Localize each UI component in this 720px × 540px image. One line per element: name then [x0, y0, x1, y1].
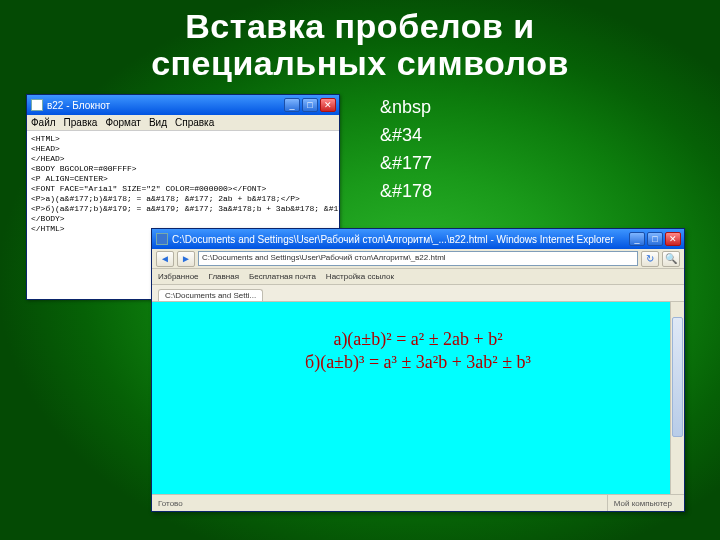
refresh-button[interactable]: ↻: [641, 251, 659, 267]
menu-edit[interactable]: Правка: [64, 117, 98, 128]
minimize-button[interactable]: _: [629, 232, 645, 246]
slide-title: Вставка пробелов и специальных символов: [0, 0, 720, 89]
ie-titlebar[interactable]: C:\Documents and Settings\User\Рабочий с…: [152, 229, 684, 249]
ie-tab[interactable]: C:\Documents and Setti...: [158, 289, 263, 301]
status-zone: Мой компьютер: [607, 495, 678, 511]
notepad-titlebar[interactable]: в22 - Блокнот _ □ ✕: [27, 95, 339, 115]
menu-format[interactable]: Формат: [105, 117, 141, 128]
address-bar[interactable]: C:\Documents and Settings\User\Рабочий с…: [198, 251, 638, 266]
formula-line-1: а)(a±b)² = a² ± 2ab + b²: [305, 328, 531, 351]
link-config[interactable]: Настройка ссылок: [326, 272, 394, 281]
entity-178: &#178: [380, 178, 432, 206]
notepad-icon: [31, 99, 43, 111]
formula-line-2: б)(a±b)³ = a³ ± 3a²b + 3ab² ± b³: [305, 351, 531, 374]
notepad-menubar: Файл Правка Формат Вид Справка: [27, 115, 339, 131]
close-button[interactable]: ✕: [665, 232, 681, 246]
status-text: Готово: [158, 499, 183, 508]
entity-nbsp: &nbsp: [380, 94, 432, 122]
favorites-label[interactable]: Избранное: [158, 272, 199, 281]
vertical-scrollbar[interactable]: [670, 302, 684, 494]
maximize-button[interactable]: □: [302, 98, 318, 112]
back-button[interactable]: ◄: [156, 251, 174, 267]
html-entity-list: &nbsp &#34 &#177 &#178: [380, 94, 432, 206]
title-line-1: Вставка пробелов и: [185, 7, 534, 45]
ie-icon: [156, 233, 168, 245]
ie-window: C:\Documents and Settings\User\Рабочий с…: [151, 228, 685, 512]
ie-links-bar: Избранное Главная Бесплатная почта Настр…: [152, 269, 684, 285]
scrollbar-thumb[interactable]: [672, 317, 683, 437]
close-button[interactable]: ✕: [320, 98, 336, 112]
search-button[interactable]: 🔍: [662, 251, 680, 267]
ie-viewport: а)(a±b)² = a² ± 2ab + b² б)(a±b)³ = a³ ±…: [152, 302, 684, 494]
entity-177: &#177: [380, 150, 432, 178]
rendered-formula: а)(a±b)² = a² ± 2ab + b² б)(a±b)³ = a³ ±…: [305, 328, 531, 375]
link-mail[interactable]: Бесплатная почта: [249, 272, 316, 281]
ie-statusbar: Готово Мой компьютер: [152, 494, 684, 511]
title-line-2: специальных символов: [151, 44, 569, 82]
menu-file[interactable]: Файл: [31, 117, 56, 128]
maximize-button[interactable]: □: [647, 232, 663, 246]
forward-button[interactable]: ►: [177, 251, 195, 267]
menu-view[interactable]: Вид: [149, 117, 167, 128]
ie-nav-toolbar: ◄ ► C:\Documents and Settings\User\Рабоч…: [152, 249, 684, 269]
ie-title-text: C:\Documents and Settings\User\Рабочий с…: [172, 234, 629, 245]
link-home[interactable]: Главная: [209, 272, 239, 281]
menu-help[interactable]: Справка: [175, 117, 214, 128]
ie-tabstrip: C:\Documents and Setti...: [152, 285, 684, 302]
entity-34: &#34: [380, 122, 432, 150]
notepad-title-text: в22 - Блокнот: [47, 100, 284, 111]
minimize-button[interactable]: _: [284, 98, 300, 112]
